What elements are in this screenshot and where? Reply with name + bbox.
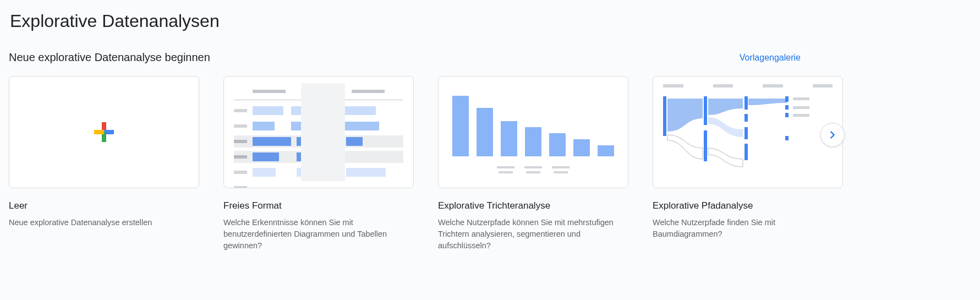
template-description: Neue explorative Datenanalyse erstellen bbox=[9, 217, 199, 228]
template-title: Explorative Trichteranalyse bbox=[438, 200, 628, 211]
template-card-path[interactable]: Explorative Pfadanalyse Welche Nutzerpfa… bbox=[653, 76, 843, 252]
template-description: Welche Nutzerpfade können Sie mit mehrst… bbox=[438, 217, 628, 252]
template-card-freeform[interactable]: Freies Format Welche Erkenntnisse können… bbox=[223, 76, 414, 252]
plus-icon bbox=[94, 122, 114, 142]
template-preview-path bbox=[653, 76, 843, 188]
template-card-funnel[interactable]: Explorative Trichteranalyse Welche Nutze… bbox=[438, 76, 628, 252]
chevron-right-icon bbox=[826, 129, 839, 141]
template-gallery-link[interactable]: Vorlagengalerie bbox=[740, 53, 801, 63]
subheader-row: Neue explorative Datenanalyse beginnen V… bbox=[9, 51, 971, 64]
template-preview-blank bbox=[9, 76, 199, 188]
template-cards-row: Leer Neue explorative Datenanalyse erste… bbox=[9, 76, 971, 252]
template-carousel: Leer Neue explorative Datenanalyse erste… bbox=[9, 76, 971, 252]
template-description: Welche Erkenntnisse können Sie mit benut… bbox=[223, 217, 414, 252]
template-title: Freies Format bbox=[223, 200, 414, 211]
template-preview-freeform bbox=[223, 76, 414, 188]
template-title: Explorative Pfadanalyse bbox=[653, 200, 843, 211]
template-card-blank[interactable]: Leer Neue explorative Datenanalyse erste… bbox=[9, 76, 199, 252]
template-preview-funnel bbox=[438, 76, 628, 188]
template-title: Leer bbox=[9, 200, 199, 211]
carousel-next-button[interactable] bbox=[820, 123, 845, 147]
page-title: Explorative Datenanalysen bbox=[10, 11, 971, 31]
new-exploration-heading: Neue explorative Datenanalyse beginnen bbox=[9, 51, 210, 64]
template-description: Welche Nutzerpfade finden Sie mit Baumdi… bbox=[653, 217, 843, 240]
